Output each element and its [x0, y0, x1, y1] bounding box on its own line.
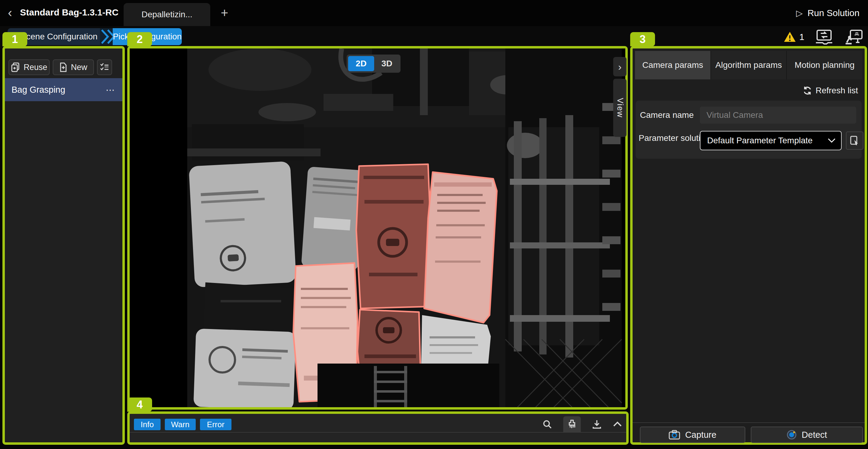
solution-title: Standard Bag-1.3.1-RC — [20, 7, 119, 18]
workflow-item-bag-grasping[interactable]: Bag Grasping ⋯ — [5, 78, 122, 101]
view-side-tab[interactable]: View — [613, 79, 626, 137]
new-button[interactable]: New — [53, 59, 94, 75]
toggle-3d[interactable]: 3D — [375, 56, 399, 71]
title-bar: ‹ Standard Bag-1.3.1-RC Depalletizin... … — [0, 0, 868, 26]
more-options-icon[interactable]: ⋯ — [106, 85, 116, 95]
tab-algorithm-params[interactable]: Algorithm params — [710, 51, 786, 79]
parameter-template-value: Default Parameter Template — [707, 136, 828, 146]
chevron-down-icon — [828, 138, 836, 143]
annotation-label-3: 3 — [630, 32, 655, 46]
collapse-log-icon[interactable] — [613, 421, 622, 427]
capture-label: Capture — [685, 430, 716, 440]
workflow-item-name: Bag Grasping — [11, 85, 65, 95]
capture-button[interactable]: Capture — [640, 426, 745, 443]
reuse-label: Reuse — [24, 63, 47, 72]
run-solution-label: Run Solution — [807, 8, 860, 18]
parameter-solution-label-text: Parameter solution — [639, 133, 710, 143]
parameter-solution-label: Parameter solution — [639, 133, 695, 143]
log-filter-warn[interactable]: Warn — [165, 419, 196, 430]
data-exchange-icon[interactable] — [815, 29, 833, 44]
new-tab-button[interactable]: + — [217, 5, 232, 21]
refresh-icon — [803, 86, 812, 95]
robot-connection-icon[interactable] — [844, 29, 863, 45]
id-checklist-button[interactable] — [97, 59, 112, 75]
scene-ladder — [317, 363, 499, 407]
clear-log-button[interactable] — [563, 416, 581, 432]
tab-depalletizing[interactable]: Depalletizin... — [124, 3, 210, 26]
scene-rack — [505, 49, 622, 407]
panel-divider — [632, 422, 865, 423]
camera-viewer-panel: 2 — [127, 46, 628, 410]
log-panel: 4 Info Warn Error — [127, 411, 629, 445]
back-icon[interactable]: ‹ — [8, 5, 12, 20]
camera-name-label: Camera name — [639, 110, 695, 120]
parameter-template-dropdown[interactable]: Default Parameter Template — [700, 131, 842, 150]
id-checklist-icon — [100, 63, 109, 72]
detected-bag-mask — [356, 164, 430, 309]
warning-icon — [783, 31, 796, 43]
params-panel: 3 Camera params Algorithm params Motion … — [630, 46, 867, 445]
breadcrumb-label: Scene Configuration — [21, 32, 98, 41]
expand-panel-button[interactable]: › — [613, 57, 626, 76]
file-plus-icon — [59, 62, 67, 72]
copy-plus-icon — [11, 62, 20, 72]
application-window: ‹ Standard Bag-1.3.1-RC Depalletizin... … — [0, 0, 868, 449]
workflow-list-panel: 1 Reuse New Bag Gras — [2, 46, 125, 445]
tab-motion-planning[interactable]: Motion planning — [786, 51, 862, 79]
detect-label: Detect — [802, 430, 827, 440]
log-filter-error[interactable]: Error — [200, 419, 231, 430]
params-tab-bar: Camera params Algorithm params Motion pl… — [635, 51, 862, 79]
log-toolbar-icons — [542, 416, 622, 432]
warning-count: 1 — [799, 32, 804, 42]
camera-settings-card: Camera name Parameter solution Default P… — [636, 101, 862, 159]
annotation-label-1: 1 — [2, 32, 27, 46]
log-output-area[interactable] — [130, 432, 626, 442]
tab-camera-params[interactable]: Camera params — [635, 51, 710, 79]
warning-counter[interactable]: 1 — [783, 31, 804, 43]
refresh-list-button[interactable]: Refresh list — [803, 84, 858, 97]
status-icon-group: 1 — [783, 29, 863, 45]
search-icon[interactable] — [542, 420, 552, 429]
play-icon: ▷ — [796, 8, 803, 18]
reuse-button[interactable]: Reuse — [8, 59, 50, 75]
log-filter-info[interactable]: Info — [134, 419, 161, 430]
annotation-label-4: 4 — [127, 397, 152, 412]
annotation-label-2: 2 — [127, 32, 152, 46]
camera-icon — [669, 430, 680, 440]
detect-button[interactable]: Detect — [751, 426, 863, 443]
clear-brush-icon — [568, 420, 576, 429]
camera-image[interactable] — [130, 49, 625, 407]
detect-icon — [786, 429, 797, 440]
camera-name-input[interactable] — [700, 107, 856, 124]
select-template-button[interactable] — [846, 131, 864, 150]
toggle-2d[interactable]: 2D — [348, 56, 374, 71]
view-mode-toggle: 2D 3D — [347, 55, 401, 73]
new-label: New — [71, 63, 87, 72]
run-solution-button[interactable]: ▷ Run Solution — [796, 6, 860, 20]
refresh-list-label: Refresh list — [815, 86, 858, 95]
select-template-icon — [850, 136, 859, 146]
download-log-icon[interactable] — [592, 420, 601, 429]
view-tab-label: View — [615, 98, 625, 118]
